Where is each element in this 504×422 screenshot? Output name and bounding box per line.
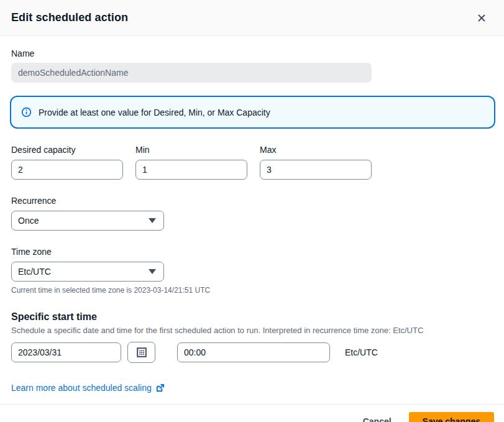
calendar-picker-button[interactable] (127, 342, 155, 363)
dialog-header: Edit scheduled action (0, 0, 504, 36)
timezone-group: Time zone Etc/UTC Current time in select… (11, 247, 494, 295)
name-field-group: Name (11, 48, 494, 83)
time-input[interactable] (177, 342, 330, 362)
learn-more-link[interactable]: Learn more about scheduled scaling (11, 383, 165, 393)
save-changes-button[interactable]: Save changes (409, 412, 494, 422)
cancel-button[interactable]: Cancel (363, 416, 392, 422)
info-icon (21, 107, 32, 117)
max-input[interactable] (260, 160, 372, 180)
close-icon (476, 12, 487, 24)
recurrence-group: Recurrence Once (11, 196, 494, 231)
dialog-body: Name Provide at least one value for Desi… (0, 36, 504, 393)
name-input (11, 63, 372, 83)
capacity-fields-row: Desired capacity Min Max (11, 145, 494, 180)
start-time-description: Schedule a specific date and time for th… (11, 326, 494, 335)
date-input[interactable] (11, 342, 121, 362)
chevron-down-icon (149, 269, 156, 274)
desired-capacity-label: Desired capacity (11, 145, 123, 155)
alert-message: Provide at least one value for Desired, … (39, 108, 270, 117)
recurrence-selected-value: Once (18, 216, 39, 226)
page-title: Edit scheduled action (11, 11, 128, 24)
min-input[interactable] (135, 160, 247, 180)
calendar-icon (137, 347, 147, 357)
external-link-icon (155, 383, 165, 393)
min-label: Min (135, 145, 247, 155)
max-label: Max (260, 145, 372, 155)
timezone-label: Time zone (11, 247, 494, 257)
recurrence-label: Recurrence (11, 196, 494, 206)
dialog-footer: Cancel Save changes (0, 404, 504, 422)
learn-more-link-label: Learn more about scheduled scaling (11, 383, 152, 393)
recurrence-select[interactable]: Once (11, 211, 164, 231)
info-alert: Provide at least one value for Desired, … (10, 96, 495, 129)
timezone-select[interactable]: Etc/UTC (11, 262, 164, 282)
desired-capacity-input[interactable] (11, 160, 123, 180)
timezone-suffix-label: Etc/UTC (345, 347, 378, 357)
current-time-helper: Current time in selected time zone is 20… (11, 286, 494, 295)
chevron-down-icon (149, 218, 156, 223)
close-button[interactable] (473, 9, 490, 27)
name-label: Name (11, 48, 494, 58)
edit-scheduled-action-dialog: Edit scheduled action Name P (0, 0, 504, 422)
start-time-section: Specific start time Schedule a specific … (11, 311, 494, 363)
desired-capacity-group: Desired capacity (11, 145, 123, 180)
start-time-heading: Specific start time (11, 311, 494, 323)
max-capacity-group: Max (260, 145, 372, 180)
datetime-row: Etc/UTC (11, 342, 494, 363)
timezone-selected-value: Etc/UTC (18, 267, 51, 277)
min-capacity-group: Min (135, 145, 247, 180)
learn-more-row: Learn more about scheduled scaling (11, 382, 494, 393)
